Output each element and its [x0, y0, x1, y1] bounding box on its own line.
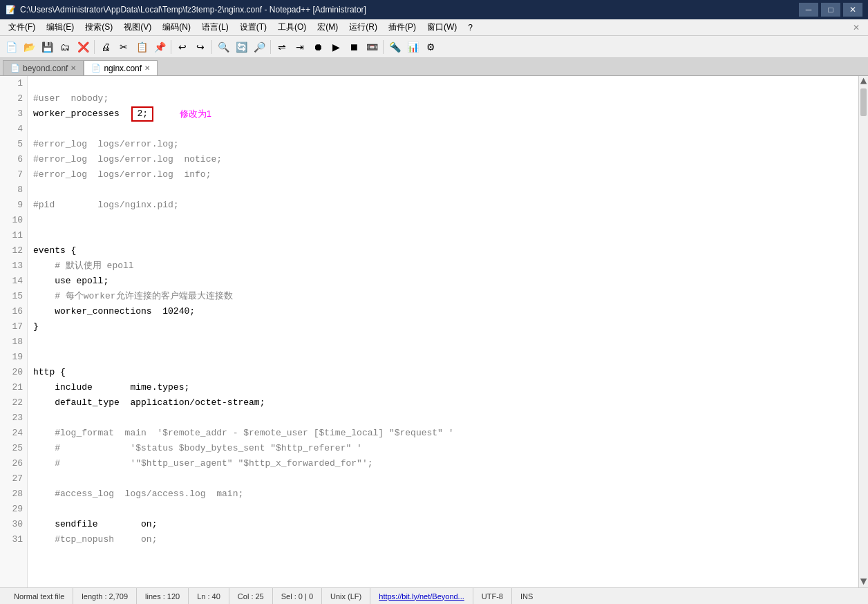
menu-tools[interactable]: 工具(O) — [272, 20, 312, 35]
menu-macro[interactable]: 宏(M) — [312, 20, 343, 35]
toolbar-replace[interactable]: 🔄 — [233, 39, 249, 55]
status-link-text[interactable]: https://bit.ly/net/Beyond... — [379, 592, 464, 601]
scrollbar-thumb[interactable] — [860, 88, 867, 116]
toolbar-macro-rec[interactable]: ⏺ — [310, 39, 326, 55]
toolbar-wrap[interactable]: ⇌ — [274, 39, 290, 55]
menu-close-x[interactable]: ✕ — [847, 21, 865, 34]
toolbar-save[interactable]: 💾 — [39, 39, 55, 55]
line-numbers: 1 2 3 4 5 6 7 8 9 10 11 12 13 14 15 16 1… — [0, 76, 28, 587]
toolbar: 📄 📂 💾 🗂 ❌ 🖨 ✂ 📋 📌 ↩ ↪ 🔍 🔄 🔎 ⇌ ⇥ ⏺ ▶ ⏹ 📼 … — [0, 36, 868, 58]
code-text: sendfile on; — [33, 517, 157, 532]
tab-beyond-conf[interactable]: 📄 beyond.conf ✕ — [3, 60, 84, 75]
menu-encoding[interactable]: 编码(N) — [157, 20, 196, 35]
menu-edit[interactable]: 编辑(E) — [41, 20, 79, 35]
toolbar-indent[interactable]: ⇥ — [292, 39, 308, 55]
code-line-10 — [33, 213, 858, 228]
menu-bar: 文件(F) 编辑(E) 搜索(S) 视图(V) 编码(N) 语言(L) 设置(T… — [0, 19, 868, 36]
toolbar-sep-3 — [211, 40, 212, 54]
code-line-13: # 默认使用 epoll — [33, 258, 858, 274]
line-num: 1 — [4, 76, 23, 91]
tab-label-beyond: beyond.conf — [23, 64, 68, 73]
maximize-button[interactable]: □ — [821, 3, 840, 17]
status-line-ending: Unix (LF) — [322, 588, 370, 604]
code-line-28: #access_log logs/access.log main; — [33, 487, 858, 502]
toolbar-print[interactable]: 🖨 — [97, 39, 114, 55]
toolbar-new[interactable]: 📄 — [3, 39, 19, 55]
menu-plugins[interactable]: 插件(P) — [383, 20, 422, 35]
tab-close-beyond[interactable]: ✕ — [70, 64, 76, 72]
line-num: 27 — [4, 471, 23, 487]
scrollbar-vertical[interactable]: ▲ ▼ — [858, 76, 868, 587]
line-num: 2 — [4, 91, 23, 106]
status-link-section[interactable]: https://bit.ly/net/Beyond... — [370, 588, 473, 604]
code-line-27 — [33, 471, 858, 487]
tab-bar: 📄 beyond.conf ✕ 📄 nginx.conf ✕ — [0, 58, 868, 76]
close-button[interactable]: ✕ — [843, 3, 862, 17]
toolbar-sep-4 — [270, 40, 271, 54]
line-num: 23 — [4, 410, 23, 426]
scrollbar-down-arrow[interactable]: ▼ — [859, 576, 868, 587]
menu-view[interactable]: 视图(V) — [118, 20, 157, 35]
toolbar-saveall[interactable]: 🗂 — [57, 39, 73, 55]
code-text: use epoll; — [33, 274, 108, 289]
menu-search[interactable]: 搜索(S) — [79, 20, 118, 35]
toolbar-cut[interactable]: ✂ — [115, 39, 132, 55]
toolbar-extra3[interactable]: ⚙ — [422, 39, 439, 55]
code-line-30: sendfile on; — [33, 517, 858, 532]
toolbar-find[interactable]: 🔍 — [215, 39, 232, 55]
line-num: 19 — [4, 350, 23, 365]
toolbar-close[interactable]: ❌ — [75, 39, 91, 55]
status-lines-text: lines : 120 — [145, 592, 180, 601]
status-bar: Normal text file length : 2,709 lines : … — [0, 587, 868, 604]
code-editor[interactable]: #user nobody; worker_processes 2; 修改为1 #… — [28, 76, 858, 587]
toolbar-extra2[interactable]: 📊 — [404, 39, 421, 55]
menu-help[interactable]: ? — [462, 21, 478, 34]
code-line-20: http { — [33, 365, 858, 380]
status-encoding: UTF-8 — [473, 588, 512, 604]
line-num: 11 — [4, 228, 23, 243]
menu-file[interactable]: 文件(F) — [3, 20, 41, 35]
code-line-14: use epoll; — [33, 274, 858, 289]
toolbar-redo[interactable]: ↪ — [192, 39, 209, 55]
app-icon: 📝 — [6, 5, 16, 15]
status-file-type: Normal text file — [6, 588, 73, 604]
line-num: 29 — [4, 502, 23, 517]
line-num: 30 — [4, 517, 23, 532]
line-num: 14 — [4, 274, 23, 289]
menu-settings[interactable]: 设置(T) — [234, 20, 272, 35]
toolbar-paste[interactable]: 📌 — [151, 39, 168, 55]
toolbar-undo[interactable]: ↩ — [174, 39, 191, 55]
line-num: 9 — [4, 198, 23, 213]
menu-run[interactable]: 运行(R) — [343, 20, 383, 35]
highlight-box-worker-processes: 2; — [131, 106, 153, 122]
toolbar-open[interactable]: 📂 — [21, 39, 37, 55]
status-length: length : 2,709 — [73, 588, 137, 604]
tab-label-nginx: nginx.conf — [104, 64, 142, 73]
toolbar-sep-5 — [383, 40, 384, 54]
toolbar-copy[interactable]: 📋 — [133, 39, 150, 55]
code-line-9: #pid logs/nginx.pid; — [33, 198, 858, 213]
code-line-21: include mime.types; — [33, 380, 858, 395]
status-length-text: length : 2,709 — [82, 592, 128, 601]
code-text: # '$status $body_bytes_sent "$http_refer… — [33, 441, 362, 456]
status-line-ending-text: Unix (LF) — [330, 592, 361, 601]
tab-nginx-conf[interactable]: 📄 nginx.conf ✕ — [84, 60, 158, 75]
toolbar-macro-save[interactable]: 📼 — [364, 39, 380, 55]
toolbar-extra1[interactable]: 🔦 — [386, 39, 403, 55]
toolbar-macro-stop[interactable]: ⏹ — [346, 39, 362, 55]
code-text: default_type application/octet-stream; — [33, 395, 265, 410]
status-encoding-text: UTF-8 — [482, 592, 503, 601]
line-num: 26 — [4, 456, 23, 471]
toolbar-zoom-in[interactable]: 🔎 — [251, 39, 267, 55]
code-text: #pid logs/nginx.pid; — [33, 198, 179, 213]
toolbar-macro-play[interactable]: ▶ — [328, 39, 344, 55]
code-text: # 每个worker允许连接的客户端最大连接数 — [33, 289, 233, 304]
line-num: 5 — [4, 137, 23, 152]
minimize-button[interactable]: ─ — [799, 3, 818, 17]
tab-close-nginx[interactable]: ✕ — [144, 64, 150, 72]
menu-window[interactable]: 窗口(W) — [422, 20, 462, 35]
editor-area: 1 2 3 4 5 6 7 8 9 10 11 12 13 14 15 16 1… — [0, 76, 868, 587]
scrollbar-up-arrow[interactable]: ▲ — [859, 76, 868, 87]
line-num: 22 — [4, 395, 23, 410]
menu-language[interactable]: 语言(L) — [196, 20, 234, 35]
